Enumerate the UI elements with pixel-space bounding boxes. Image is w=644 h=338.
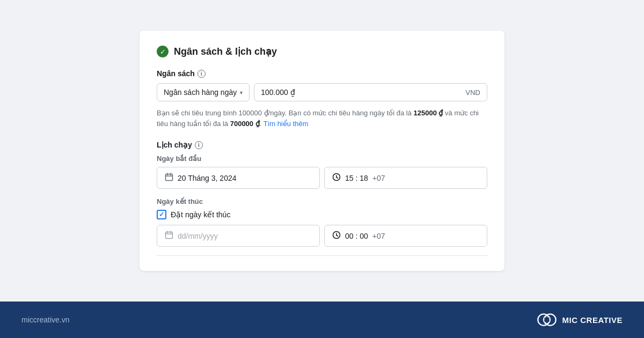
budget-input-wrap: VND xyxy=(254,83,487,101)
clock-icon xyxy=(332,173,341,183)
start-date-label: Ngày bắt đầu xyxy=(157,155,487,163)
budget-info-icon[interactable]: i xyxy=(197,70,206,78)
start-date-value: 20 Tháng 3, 2024 xyxy=(178,174,237,182)
end-date-row: dd/mm/yyyy 00 : 00 +07 xyxy=(157,225,487,247)
end-time-field[interactable]: 00 : 00 +07 xyxy=(324,225,487,247)
svg-line-6 xyxy=(336,178,338,179)
card-title: Ngân sách & lịch chạy xyxy=(174,46,277,57)
check-icon: ✓ xyxy=(157,46,169,57)
weekly-max: 700000 ₫ xyxy=(230,120,260,128)
chevron-down-icon: ▾ xyxy=(240,90,243,95)
svg-rect-7 xyxy=(166,232,173,239)
end-date-section: Ngày kết thúc ✓ Đặt ngày kết thúc xyxy=(157,197,487,247)
budget-label: Ngân sách i xyxy=(157,69,487,78)
start-timezone: +07 xyxy=(372,174,385,182)
main-card: ✓ Ngân sách & lịch chạy Ngân sách i Ngân… xyxy=(140,31,504,271)
budget-input[interactable] xyxy=(261,88,465,97)
clock-icon-end xyxy=(332,231,341,241)
budget-note: Bạn sẽ chi tiêu trung bình 100000 ₫/ngày… xyxy=(157,108,487,129)
end-date-label: Ngày kết thúc xyxy=(157,197,487,205)
start-date-field[interactable]: 20 Tháng 3, 2024 xyxy=(157,167,320,189)
schedule-label: Lịch chạy i xyxy=(157,141,487,149)
svg-rect-0 xyxy=(166,174,173,181)
schedule-section: Lịch chạy i Ngày bắt đầu 20 Tháng 3, xyxy=(157,141,487,247)
footer: miccreative.vn MIC CREATIVE xyxy=(0,302,644,338)
card-header: ✓ Ngân sách & lịch chạy xyxy=(157,46,487,57)
start-time-field[interactable]: 15 : 18 +07 xyxy=(324,167,487,189)
calendar-icon xyxy=(165,173,173,183)
end-date-checkbox[interactable]: ✓ xyxy=(157,210,166,219)
daily-max: 125000 ₫ xyxy=(413,109,443,117)
currency-label: VND xyxy=(466,89,480,97)
budget-type-select[interactable]: Ngân sách hàng ngày ▾ xyxy=(157,83,250,101)
end-timezone: +07 xyxy=(372,232,385,240)
end-date-checkbox-row: ✓ Đặt ngày kết thúc xyxy=(157,210,487,219)
start-date-row: 20 Tháng 3, 2024 15 : 18 +07 xyxy=(157,167,487,189)
end-date-placeholder: dd/mm/yyyy xyxy=(178,232,218,240)
bottom-divider xyxy=(157,255,487,256)
check-mark: ✓ xyxy=(159,211,164,218)
budget-row: Ngân sách hàng ngày ▾ VND xyxy=(157,83,487,101)
end-time-value: 00 : 00 xyxy=(345,232,368,240)
svg-line-13 xyxy=(336,236,338,237)
schedule-info-icon[interactable]: i xyxy=(195,141,203,149)
footer-domain: miccreative.vn xyxy=(21,315,69,324)
footer-brand: MIC CREATIVE xyxy=(537,312,623,327)
learn-more-link[interactable]: Tìm hiểu thêm xyxy=(264,120,309,128)
footer-logo xyxy=(537,312,557,327)
footer-brand-name: MIC CREATIVE xyxy=(562,315,623,325)
end-date-field[interactable]: dd/mm/yyyy xyxy=(157,225,320,247)
calendar-icon-end xyxy=(165,231,173,241)
page-content: ✓ Ngân sách & lịch chạy Ngân sách i Ngân… xyxy=(0,0,644,302)
start-time-value: 15 : 18 xyxy=(345,174,368,182)
end-date-checkbox-label: Đặt ngày kết thúc xyxy=(171,210,230,219)
